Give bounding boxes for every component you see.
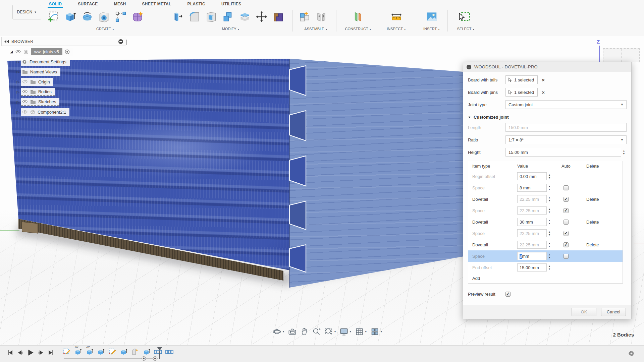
group-inspect-label[interactable]: INSPECT ▼ bbox=[380, 27, 413, 31]
browser-root-row[interactable]: ◢ ww_joints v5 bbox=[9, 47, 126, 56]
extrude-icon[interactable] bbox=[63, 9, 78, 25]
timeline-settings-gear-icon[interactable] bbox=[628, 350, 635, 358]
shell-icon[interactable] bbox=[204, 9, 219, 25]
group-construct-label[interactable]: CONSTRUCT ▼ bbox=[342, 27, 374, 31]
pan-button[interactable] bbox=[300, 327, 309, 336]
tab-solid[interactable]: SOLID bbox=[48, 0, 63, 8]
auto-checkbox[interactable] bbox=[564, 231, 569, 236]
delete-link[interactable]: Delete bbox=[577, 220, 623, 225]
tab-sheet-metal[interactable]: SHEET METAL bbox=[141, 0, 173, 8]
value-input[interactable]: 8 mm bbox=[517, 184, 547, 192]
group-insert-label[interactable]: INSERT ▼ bbox=[417, 27, 446, 31]
fillet-icon[interactable] bbox=[187, 9, 202, 25]
auto-checkbox[interactable] bbox=[564, 220, 569, 225]
auto-checkbox[interactable] bbox=[564, 197, 569, 202]
browser-item-bodies[interactable]: ▷ Bodies bbox=[15, 87, 126, 96]
browser-item-component2[interactable]: ▷ Component2:1 bbox=[15, 108, 126, 116]
ratio-dropdown[interactable]: 1:7 = 8° ▼ bbox=[505, 135, 627, 144]
value-spinner[interactable]: ▲▼ bbox=[547, 265, 552, 270]
display-settings-button[interactable]: ▼ bbox=[339, 327, 352, 336]
tab-utilities[interactable]: UTILITIES bbox=[220, 0, 243, 8]
orbit-button[interactable]: ▼ bbox=[272, 327, 285, 336]
revolve-icon[interactable] bbox=[80, 9, 95, 25]
value-spinner[interactable]: ▲▼ bbox=[547, 253, 552, 259]
expand-arrow-icon[interactable]: ▷ bbox=[15, 90, 21, 94]
cancel-button[interactable]: Cancel bbox=[601, 308, 626, 316]
chevron-down-icon[interactable]: ▼ bbox=[365, 330, 367, 333]
height-spinner[interactable]: ▲▼ bbox=[621, 149, 627, 155]
form-icon[interactable] bbox=[130, 9, 145, 25]
delete-link[interactable]: Delete bbox=[577, 242, 623, 247]
sketch-feature-icon[interactable] bbox=[62, 348, 71, 356]
pattern-icon[interactable] bbox=[113, 9, 128, 25]
preview-result-checkbox[interactable] bbox=[505, 292, 511, 297]
value-spinner[interactable]: ▲▼ bbox=[547, 231, 552, 236]
value-input[interactable]: 30 mm bbox=[517, 218, 547, 226]
chevron-down-icon[interactable]: ▼ bbox=[380, 330, 383, 333]
expand-arrow-icon[interactable]: ▷ bbox=[15, 70, 21, 74]
group-create-label[interactable]: CREATE ▼ bbox=[46, 27, 164, 31]
tab-mesh[interactable]: MESH bbox=[113, 0, 127, 8]
go-to-end-button[interactable] bbox=[48, 349, 54, 356]
create-sketch-icon[interactable] bbox=[46, 9, 61, 25]
expand-arrow-icon[interactable]: ▷ bbox=[15, 110, 21, 114]
activate-radio-icon[interactable] bbox=[65, 49, 70, 54]
dialog-titlebar[interactable]: WOODSOUL - DOVETAIL-PRO bbox=[463, 62, 631, 72]
length-input[interactable]: 150.0 mm bbox=[505, 123, 627, 132]
board-tails-selection-button[interactable]: 1 selected bbox=[505, 75, 538, 84]
value-input[interactable]: 22.25 mm bbox=[517, 241, 547, 249]
go-to-start-button[interactable] bbox=[7, 349, 13, 356]
clear-selection-icon[interactable]: × bbox=[542, 89, 545, 95]
value-spinner[interactable]: ▲▼ bbox=[547, 174, 552, 179]
tab-plastic[interactable]: PLASTIC bbox=[186, 0, 207, 8]
extrude-feature-icon[interactable] bbox=[142, 348, 151, 356]
browser-item-sketches[interactable]: ▷ Sketches bbox=[15, 98, 126, 106]
group-select-label[interactable]: SELECT ▼ bbox=[451, 27, 481, 31]
timeline-position-marker[interactable] bbox=[157, 347, 162, 359]
expand-group-badge[interactable]: + bbox=[142, 356, 146, 361]
section-collapse-icon[interactable]: ▼ bbox=[468, 116, 471, 119]
visibility-off-eye-icon[interactable] bbox=[22, 80, 28, 84]
browser-item-origin[interactable]: ▷ Origin bbox=[15, 77, 126, 86]
customized-joint-section-header[interactable]: ▼ Customized joint bbox=[468, 115, 627, 120]
extrude-feature-icon[interactable] bbox=[97, 348, 105, 356]
visibility-eye-icon[interactable] bbox=[22, 89, 28, 94]
auto-checkbox[interactable] bbox=[564, 242, 569, 247]
fit-button[interactable]: ▼ bbox=[324, 327, 336, 336]
visibility-eye-icon[interactable] bbox=[15, 50, 21, 54]
hole-icon[interactable] bbox=[97, 9, 111, 25]
chevron-down-icon[interactable]: ▼ bbox=[349, 330, 352, 333]
form-feature-icon[interactable] bbox=[131, 348, 140, 356]
browser-item-named-views[interactable]: ▷ Named Views bbox=[15, 67, 126, 76]
value-input[interactable]: 22.25 mm bbox=[517, 195, 547, 203]
collapse-browser-icon[interactable] bbox=[118, 39, 123, 44]
press-pull-icon[interactable] bbox=[170, 9, 185, 25]
split-body-icon[interactable] bbox=[237, 9, 252, 25]
value-input[interactable]: 0.00 mm bbox=[517, 172, 547, 180]
delete-link[interactable]: Delete bbox=[577, 197, 623, 202]
auto-checkbox[interactable] bbox=[564, 254, 569, 259]
value-spinner[interactable]: ▲▼ bbox=[547, 208, 552, 213]
expand-arrow-icon[interactable]: ▷ bbox=[15, 100, 21, 104]
browser-item-document-settings[interactable]: ▷ Document Settings bbox=[15, 57, 126, 66]
add-item-link[interactable]: Add bbox=[468, 273, 623, 283]
panel-drag-handle[interactable] bbox=[126, 40, 127, 45]
align-icon[interactable] bbox=[271, 9, 286, 25]
visibility-eye-icon[interactable] bbox=[22, 110, 28, 114]
expand-arrow-icon[interactable]: ▷ bbox=[15, 60, 21, 64]
component-feature-icon[interactable] bbox=[165, 348, 174, 356]
value-spinner[interactable]: ▲▼ bbox=[547, 242, 552, 247]
expand-arrow-icon[interactable]: ▷ bbox=[15, 80, 21, 84]
grid-snap-button[interactable]: ▼ bbox=[355, 327, 367, 336]
zoom-button[interactable] bbox=[312, 327, 321, 336]
chevron-down-icon[interactable]: ▼ bbox=[282, 330, 285, 333]
value-input[interactable]: 15.00 mm bbox=[517, 263, 547, 272]
sketch-feature-icon[interactable] bbox=[108, 348, 117, 356]
tab-surface[interactable]: SURFACE bbox=[76, 0, 99, 8]
ok-button[interactable]: OK bbox=[572, 308, 596, 316]
auto-checkbox[interactable] bbox=[564, 185, 569, 190]
joint-type-dropdown[interactable]: Custom joint ▼ bbox=[505, 100, 627, 109]
viewports-button[interactable]: ▼ bbox=[370, 327, 383, 336]
value-spinner[interactable]: ▲▼ bbox=[547, 219, 552, 225]
expand-arrow-icon[interactable]: ◢ bbox=[9, 50, 14, 54]
